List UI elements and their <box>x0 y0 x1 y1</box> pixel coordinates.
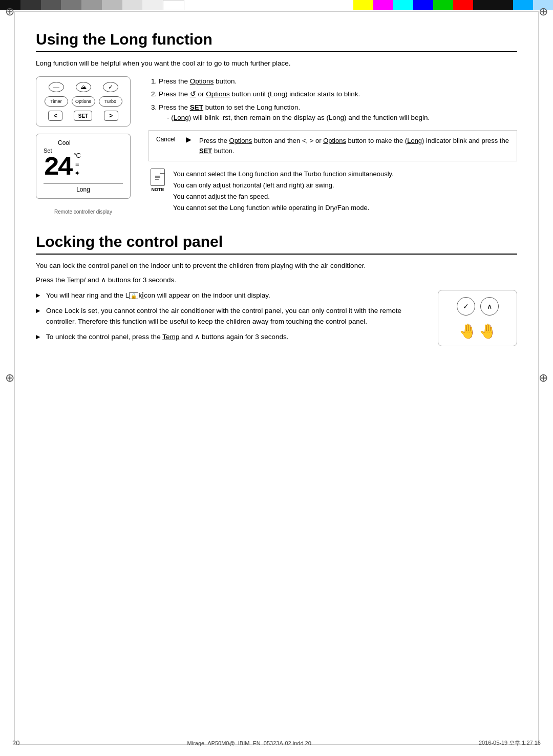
lcd-bars-icon: ≡ <box>75 160 79 168</box>
swatch-5 <box>81 0 102 10</box>
section2-description: You can lock the control panel on the in… <box>36 262 517 269</box>
date-info: 2016-05-19 오후 1:27 16 <box>479 739 541 747</box>
section-locking: Locking the control panel You can lock t… <box>36 233 517 346</box>
swatch-9 <box>163 0 184 10</box>
remote-row-1: — ⛰ ✓ <box>42 82 124 92</box>
swatch-4 <box>61 0 81 10</box>
lock-bullet-list: You will hear ring and the L🔒ki̲con will… <box>36 290 428 342</box>
lock-bullet-2: Once Lock is set, you cannot control the… <box>36 305 428 327</box>
step-1: Press the Options button. <box>159 76 517 87</box>
swatch-r8 <box>493 0 513 10</box>
lcd-divider <box>44 183 123 184</box>
page-footer: 20 Mirage_AP50M0@_IBIM_EN_05323A-02.indd… <box>0 739 553 747</box>
file-info: Mirage_AP50M0@_IBIM_EN_05323A-02.indd 20 <box>187 740 311 746</box>
lock-hands-row: 🤚 🤚 <box>459 323 497 340</box>
cancel-arrow-icon: ▶ <box>186 136 193 143</box>
cancel-instructions: Press the Options button and then <, > o… <box>199 136 509 156</box>
page-content: Using the Long function Long function wi… <box>0 11 553 377</box>
swatch-r9 <box>513 0 533 10</box>
remote-btn-check: ✓ <box>103 82 118 92</box>
section1-title: Using the Long function <box>36 31 517 52</box>
remote-row-3: < SET > <box>42 111 124 121</box>
lock-btn-down: ✓ <box>457 297 475 316</box>
swatch-2 <box>20 0 41 10</box>
remote-control-diagram: — ⛰ ✓ Timer Options Turbo < SET > <box>36 76 131 127</box>
lock-press-instructions: Press the Temp/ and ∧ buttons for 3 seco… <box>36 276 517 284</box>
color-bars <box>0 0 553 10</box>
remote-btn-mountain: ⛰ <box>76 82 91 92</box>
swatch-7 <box>122 0 143 10</box>
border-left <box>14 11 15 745</box>
section-long-function: Using the Long function Long function wi… <box>36 31 517 215</box>
section1-description: Long function will be helpful when you w… <box>36 59 517 67</box>
compass-mid-right: ⊕ <box>539 371 548 385</box>
lcd-celsius: °C <box>73 152 81 159</box>
note-label-text: NOTE <box>151 187 164 192</box>
lock-diagram: ✓ ∧ 🤚 🤚 <box>438 290 517 346</box>
remote-btn-set: SET <box>74 111 92 121</box>
page-number: 20 <box>12 739 19 747</box>
lcd-cool-label: Cool <box>58 139 123 146</box>
doc-svg <box>154 173 162 182</box>
remote-btn-turbo: Turbo <box>99 96 122 107</box>
note-line-3: You cannot adjust the fan speed. <box>173 193 270 200</box>
swatch-r6 <box>453 0 473 10</box>
compass-top-right: ⊕ <box>539 5 548 18</box>
note-document-icon <box>151 169 165 186</box>
cancel-label: Cancel <box>156 136 180 143</box>
hand-right-icon: 🤚 <box>479 323 497 340</box>
compass-mid-left: ⊕ <box>5 371 14 385</box>
lock-btn-up: ∧ <box>480 297 499 316</box>
compass-top-left: ⊕ <box>5 5 14 18</box>
swatch-6 <box>102 0 122 10</box>
swatch-r1 <box>353 0 373 10</box>
lcd-number: 24 <box>44 155 71 181</box>
remote-row-2: Timer Options Turbo <box>42 96 124 107</box>
lock-bullets: You will hear ring and the L🔒ki̲con will… <box>36 290 428 346</box>
remote-btn-left: < <box>48 111 62 121</box>
note-box: NOTE You cannot select the Long function… <box>148 169 517 214</box>
lock-bullet-1: You will hear ring and the L🔒ki̲con will… <box>36 290 428 301</box>
hand-left-icon: 🤚 <box>459 323 477 340</box>
instructions-block: Press the Options button. Press the ↺ or… <box>148 76 517 215</box>
remote-btn-dash: — <box>49 82 64 92</box>
lcd-units: °C ≡ ✦ <box>73 152 81 177</box>
step-3-note: - (Long) will blink rst, then remain on … <box>159 113 517 123</box>
note-line-2: You can only adjust horizontal (left and… <box>173 181 334 189</box>
left-color-swatches <box>0 0 184 10</box>
swatch-r7 <box>473 0 493 10</box>
border-top <box>14 11 539 12</box>
section2-title: Locking the control panel <box>36 233 517 255</box>
remote-btn-right: > <box>104 111 118 121</box>
cancel-box: Cancel ▶ Press the Options button and th… <box>148 130 517 161</box>
lock-bullet-3: To unlock the control panel, press the T… <box>36 331 428 343</box>
step-2: Press the ↺ or Options button until (Lon… <box>159 89 517 99</box>
right-color-swatches <box>353 0 553 10</box>
note-line-1: You cannot select the Long function and … <box>173 170 394 178</box>
note-icon-block: NOTE <box>148 169 167 192</box>
lcd-number-row: Set 24 °C ≡ ✦ <box>44 148 123 181</box>
lcd-swing-icon: ✦ <box>74 169 80 177</box>
lcd-long-label: Long <box>44 186 123 193</box>
remote-btn-timer: Timer <box>45 96 68 107</box>
steps-list: Press the Options button. Press the ↺ or… <box>148 76 517 123</box>
lcd-display-diagram: Cool Set 24 °C ≡ ✦ Long <box>36 134 131 199</box>
step-3: Press the SET button to set the Long fun… <box>159 102 517 123</box>
swatch-r2 <box>373 0 393 10</box>
remote-btn-options: Options <box>72 96 95 107</box>
swatch-r5 <box>433 0 453 10</box>
swatch-r3 <box>393 0 413 10</box>
swatch-8 <box>142 0 163 10</box>
lcd-caption: Remote controller display <box>36 209 131 215</box>
swatch-r4 <box>413 0 433 10</box>
lock-content: You will hear ring and the L🔒ki̲con will… <box>36 290 517 346</box>
left-diagrams: — ⛰ ✓ Timer Options Turbo < SET > <box>36 76 138 215</box>
cancel-text-label: Cancel <box>156 136 175 143</box>
note-line-4: You cannot set the Long function while o… <box>173 204 369 212</box>
lock-buttons-row: ✓ ∧ <box>457 297 499 316</box>
note-content: You cannot select the Long function and … <box>173 169 394 214</box>
ordered-steps: Press the Options button. Press the ↺ or… <box>148 76 517 123</box>
long-function-content: — ⛰ ✓ Timer Options Turbo < SET > <box>36 76 517 215</box>
swatch-3 <box>41 0 61 10</box>
